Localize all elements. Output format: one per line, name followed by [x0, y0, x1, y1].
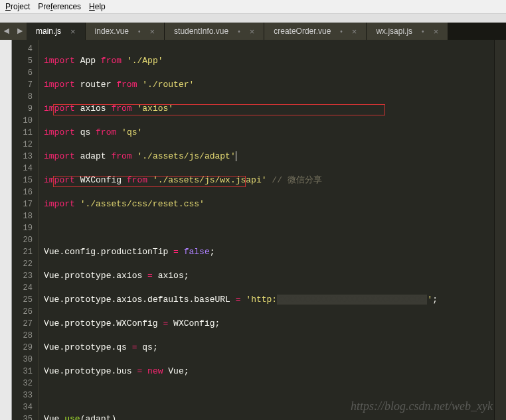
line-number: 7	[12, 79, 33, 91]
line-number: 12	[12, 139, 33, 151]
line-number: 11	[12, 127, 33, 139]
line-number: 28	[12, 330, 33, 342]
nav-forward-icon[interactable]: ►	[13, 23, 27, 40]
code-content[interactable]: import App from './App' import router fr…	[39, 40, 494, 420]
code-line: import qs from 'qs'	[44, 127, 494, 139]
line-number: 32	[12, 378, 33, 389]
modified-icon: •	[340, 28, 343, 35]
line-number: 27	[12, 318, 33, 330]
code-line: import router from './router'	[44, 79, 494, 91]
code-line: Vue.prototype.axios.defaults.baseURL = '…	[44, 294, 494, 306]
tab-label: index.vue	[95, 27, 129, 36]
tab-main-js[interactable]: main.js ×	[27, 23, 85, 40]
line-gutter: 4 5 6 7 8 9 10 11 12 13 14 15 16 17 18 1…	[12, 40, 39, 420]
menu-help[interactable]: Help	[89, 2, 106, 11]
tab-wxjsapi-js[interactable]: wx.jsapi.js • ×	[367, 23, 448, 40]
line-number: 22	[12, 258, 33, 270]
code-line: Vue.prototype.WXConfig = WXConfig;	[44, 318, 494, 330]
menu-preferences[interactable]: Preferences	[38, 2, 81, 11]
line-number: 30	[12, 354, 33, 366]
line-number: 31	[12, 366, 33, 378]
menu-bar: Project Preferences Help	[0, 0, 506, 13]
tab-label: createOrder.vue	[274, 27, 331, 36]
code-line: import App from './App'	[44, 55, 494, 67]
line-number: 23	[12, 270, 33, 282]
line-number: 24	[12, 282, 33, 294]
code-line: Vue.prototype.bus = new Vue;	[44, 366, 494, 378]
line-number: 26	[12, 306, 33, 318]
line-number: 34	[12, 401, 33, 413]
code-line: import axios from 'axios'	[44, 103, 494, 115]
close-icon[interactable]: ×	[434, 27, 439, 36]
editor-area: 4 5 6 7 8 9 10 11 12 13 14 15 16 17 18 1…	[0, 40, 506, 420]
tab-strip: ◄ ► main.js × index.vue • × studentInfo.…	[0, 23, 506, 40]
line-number: 15	[12, 175, 33, 186]
close-icon[interactable]: ×	[150, 27, 155, 36]
line-number: 6	[12, 67, 33, 79]
tab-label: wx.jsapi.js	[376, 27, 412, 36]
modified-icon: •	[238, 28, 240, 35]
code-line: import './assets/css/reset.css'	[44, 198, 494, 210]
code-line	[44, 222, 494, 234]
modified-icon: •	[422, 28, 424, 35]
code-line: Vue.prototype.axios = axios;	[44, 270, 494, 282]
line-number: 4	[12, 43, 33, 55]
code-line: Vue.config.productionTip = false;	[44, 246, 494, 258]
tab-label: studentInfo.vue	[174, 27, 228, 36]
modified-icon: •	[138, 28, 141, 35]
tab-index-vue[interactable]: index.vue • ×	[86, 23, 164, 40]
code-line: import WXConfig from './assets/js/wx.jsa…	[44, 175, 494, 186]
line-number: 35	[12, 413, 33, 420]
line-number: 29	[12, 342, 33, 354]
line-number: 18	[12, 210, 33, 222]
text-cursor	[236, 151, 236, 161]
code-line: Vue.prototype.qs = qs;	[44, 342, 494, 354]
line-number: 10	[12, 115, 33, 127]
tab-createorder-vue[interactable]: createOrder.vue • ×	[264, 23, 366, 40]
code-line: Vue.use(adapt)	[44, 413, 494, 420]
close-icon[interactable]: ×	[250, 27, 255, 36]
line-number: 19	[12, 222, 33, 234]
tabs-container: main.js × index.vue • × studentInfo.vue …	[27, 23, 506, 40]
sidebar-strip	[0, 40, 12, 420]
line-number: 13	[12, 151, 33, 163]
line-number: 16	[12, 186, 33, 198]
line-number: 33	[12, 389, 33, 401]
line-number: 14	[12, 163, 33, 175]
menu-project[interactable]: Project	[5, 2, 30, 11]
line-number: 8	[12, 91, 33, 103]
editor[interactable]: 4 5 6 7 8 9 10 11 12 13 14 15 16 17 18 1…	[12, 40, 506, 420]
line-number: 9	[12, 103, 33, 115]
code-line: import adapt from './assets/js/adapt'	[44, 151, 494, 163]
line-number: 20	[12, 234, 33, 246]
code-line	[44, 389, 494, 401]
sub-bar	[0, 13, 506, 23]
tab-label: main.js	[36, 27, 61, 36]
line-number: 25	[12, 294, 33, 306]
line-number: 5	[12, 55, 33, 67]
close-icon[interactable]: ×	[70, 27, 76, 36]
tab-studentinfo-vue[interactable]: studentInfo.vue • ×	[165, 23, 264, 40]
line-number: 21	[12, 246, 33, 258]
line-number: 17	[12, 198, 33, 210]
minimap[interactable]	[494, 40, 506, 420]
close-icon[interactable]: ×	[352, 27, 357, 36]
nav-back-icon[interactable]: ◄	[0, 23, 13, 40]
